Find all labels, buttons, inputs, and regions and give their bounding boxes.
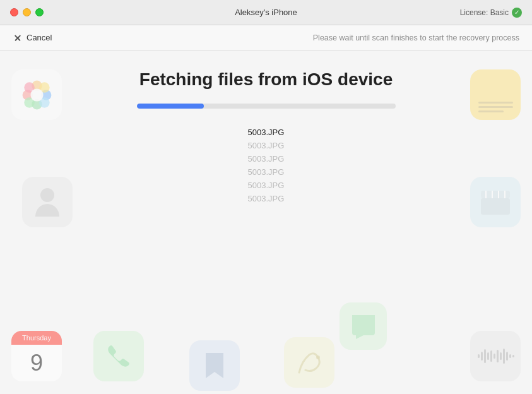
notes-lines-graphic <box>478 102 513 115</box>
progress-bar-fill <box>137 104 204 109</box>
svg-rect-9 <box>481 198 510 215</box>
clapper-graphic <box>480 189 511 215</box>
svg-rect-23 <box>500 352 502 360</box>
main-heading: Fetching files from iOS device <box>109 69 424 90</box>
svg-rect-26 <box>509 354 511 358</box>
freeform-app-icon <box>284 337 334 388</box>
svg-rect-24 <box>503 349 505 364</box>
file-item-2: 5003.JPG <box>109 140 424 152</box>
cancel-label: Cancel <box>27 33 52 42</box>
file-item-3: 5003.JPG <box>109 153 424 165</box>
svg-rect-25 <box>506 352 508 361</box>
center-panel: Fetching files from iOS device 5003.JPG … <box>109 69 424 205</box>
person-body-graphic <box>35 204 59 217</box>
voicememos-app-icon <box>470 331 521 381</box>
file-item-4: 5003.JPG <box>109 166 424 178</box>
notes-app-icon <box>470 69 521 120</box>
person-graphic <box>33 188 61 216</box>
phone-app-icon <box>93 331 144 381</box>
svg-point-15 <box>316 355 320 359</box>
svg-point-8 <box>30 88 43 101</box>
messages-graphic <box>350 313 377 340</box>
main-content: Thursday 9 <box>0 51 532 394</box>
toolbar-message: Please wait until scan finishes to start… <box>313 33 519 42</box>
svg-rect-17 <box>481 352 483 361</box>
license-label: License: Basic <box>460 8 509 17</box>
svg-rect-19 <box>487 352 489 360</box>
maximize-button[interactable] <box>35 8 44 16</box>
cancel-button[interactable]: Cancel <box>13 33 52 43</box>
minimize-button[interactable] <box>23 8 31 16</box>
calendar-day-name: Thursday <box>22 334 51 342</box>
file-item-5: 5003.JPG <box>109 179 424 191</box>
svg-rect-27 <box>512 355 514 357</box>
cancel-icon <box>13 33 23 43</box>
photos-app-icon <box>11 69 62 120</box>
license-badge: License: Basic ✓ <box>460 8 522 18</box>
bookmarks-app-icon <box>189 340 240 391</box>
phone-graphic <box>105 342 133 370</box>
svg-rect-20 <box>490 350 492 362</box>
waveform-graphic <box>476 347 514 366</box>
titlebar: Aleksey's iPhone License: Basic ✓ <box>0 0 532 25</box>
svg-rect-22 <box>497 350 499 362</box>
photos-flower-graphic <box>20 78 54 112</box>
freeform-graphic <box>295 349 323 376</box>
file-item-6: 5003.JPG <box>109 193 424 205</box>
svg-rect-21 <box>494 354 495 359</box>
window-title: Aleksey's iPhone <box>235 8 297 17</box>
progress-bar-container <box>137 104 396 109</box>
svg-rect-10 <box>481 191 510 198</box>
calendar-day-container: 9 <box>11 345 62 381</box>
svg-rect-18 <box>484 349 486 363</box>
bookmark-graphic <box>203 352 226 379</box>
traffic-lights <box>10 8 44 16</box>
svg-rect-16 <box>478 354 480 358</box>
contacts-app-icon <box>22 177 73 227</box>
file-list: 5003.JPG 5003.JPG 5003.JPG 5003.JPG 5003… <box>109 126 424 205</box>
calendar-app-icon: Thursday 9 <box>11 331 62 381</box>
calendar-header: Thursday <box>11 331 62 345</box>
calendar-day-number: 9 <box>30 350 43 376</box>
license-check-icon: ✓ <box>512 8 522 18</box>
close-button[interactable] <box>10 8 18 16</box>
messages-app-icon <box>340 302 387 350</box>
toolbar: Cancel Please wait until scan finishes t… <box>0 25 532 51</box>
file-item-1: 5003.JPG <box>109 126 424 138</box>
clapper-app-icon <box>470 177 521 227</box>
person-head-graphic <box>40 188 54 202</box>
